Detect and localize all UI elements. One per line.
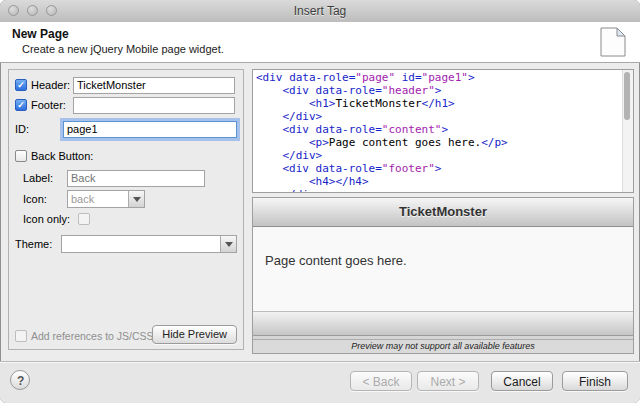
window-controls [8, 5, 57, 16]
next-button[interactable]: Next > [417, 371, 479, 391]
cancel-button[interactable]: Cancel [491, 371, 553, 391]
icon-row: Icon: back [23, 190, 237, 208]
header-row: Header: [15, 76, 237, 94]
help-button[interactable]: ? [10, 370, 30, 390]
panel-bottom-row: Add references to JS/CSS Hide Preview [15, 327, 237, 345]
scrollbar-thumb[interactable] [624, 72, 630, 120]
header-label: Header: [31, 79, 70, 91]
hide-preview-button[interactable]: Hide Preview [152, 325, 237, 344]
preview-header-bar: TicketMonster [253, 198, 633, 227]
header-checkbox[interactable] [15, 79, 27, 91]
icon-only-checkbox[interactable] [78, 213, 90, 225]
finish-button[interactable]: Finish [562, 371, 628, 391]
page-title: New Page [12, 27, 69, 41]
dialog-button-bar: ? < Back Next > Cancel Finish [0, 361, 640, 403]
footer-input[interactable] [73, 97, 235, 114]
add-references-label: Add references to JS/CSS [31, 330, 154, 342]
back-button-label: Back Button: [31, 150, 93, 162]
chevron-down-icon[interactable] [220, 236, 236, 252]
icon-label: Icon: [23, 193, 47, 205]
code-scrollbar[interactable] [622, 70, 633, 192]
theme-row: Theme: [15, 235, 237, 253]
page-subtitle: Create a new jQuery Mobile page widget. [22, 43, 224, 55]
back-button-row: Back Button: [15, 147, 237, 165]
minimize-icon[interactable] [27, 5, 38, 16]
id-label: ID: [15, 123, 29, 135]
design-preview: TicketMonster Page content goes here. Pr… [252, 197, 634, 354]
options-panel: Header: Footer: ID: Back Button: Label: … [8, 69, 244, 350]
icon-only-label: Icon only: [23, 213, 70, 225]
window-title: Insert Tag [0, 0, 640, 22]
code-preview[interactable]: <div data-role="page" id="page1"> <div d… [252, 69, 634, 193]
zoom-icon[interactable] [46, 5, 57, 16]
back-button[interactable]: < Back [350, 371, 412, 391]
add-references-checkbox[interactable] [15, 330, 27, 342]
icon-only-row: Icon only: [23, 210, 237, 228]
icon-dropdown[interactable]: back [67, 190, 145, 208]
insert-tag-dialog: Insert Tag New Page Create a new jQuery … [0, 0, 640, 403]
theme-label: Theme: [15, 238, 52, 250]
footer-row: Footer: [15, 96, 237, 114]
footer-checkbox[interactable] [15, 99, 27, 111]
chevron-down-icon[interactable] [128, 191, 144, 207]
theme-dropdown[interactable] [61, 235, 237, 253]
new-page-icon [600, 27, 626, 61]
back-label-label: Label: [23, 172, 53, 184]
preview-footer-bar [253, 312, 633, 336]
code-lines: <div data-role="page" id="page1"> <div d… [256, 71, 621, 193]
id-row: ID: [15, 120, 237, 138]
preview-content: Page content goes here. [253, 227, 633, 312]
titlebar[interactable]: Insert Tag [0, 0, 640, 23]
close-icon[interactable] [8, 5, 19, 16]
footer-label: Footer: [31, 99, 66, 111]
icon-dropdown-value: back [68, 193, 128, 205]
header-input[interactable] [73, 77, 235, 94]
preview-note: Preview may not support all available fe… [253, 339, 633, 353]
wizard-banner: New Page Create a new jQuery Mobile page… [0, 22, 640, 63]
id-input[interactable] [63, 121, 237, 138]
back-label-input[interactable] [67, 170, 205, 187]
back-label-row: Label: [23, 169, 237, 187]
back-button-checkbox[interactable] [15, 150, 27, 162]
